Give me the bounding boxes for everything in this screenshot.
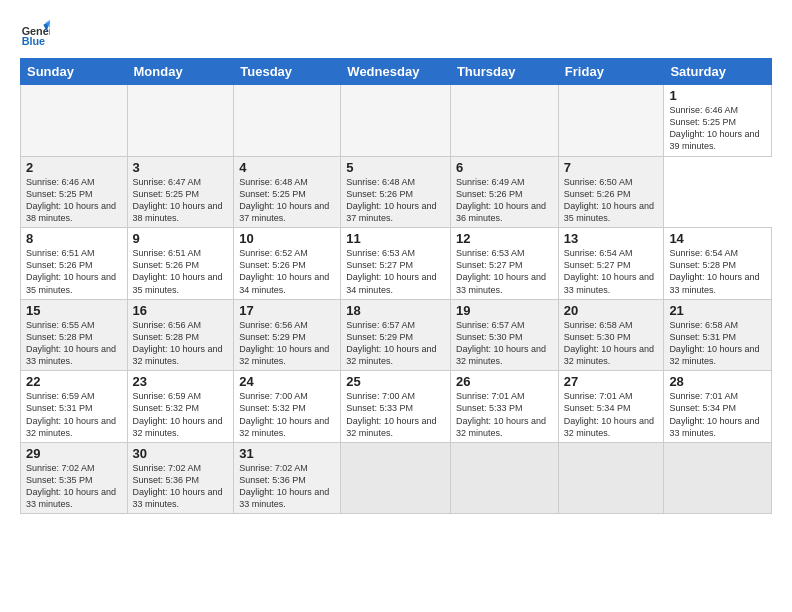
page: General Blue SundayMondayTuesdayWednesda… <box>0 0 792 612</box>
calendar-cell: 16 Sunrise: 6:56 AMSunset: 5:28 PMDaylig… <box>127 299 234 371</box>
day-info: Sunrise: 6:49 AMSunset: 5:26 PMDaylight:… <box>456 176 553 225</box>
calendar-cell: 6 Sunrise: 6:49 AMSunset: 5:26 PMDayligh… <box>450 156 558 228</box>
calendar-cell: 18 Sunrise: 6:57 AMSunset: 5:29 PMDaylig… <box>341 299 451 371</box>
calendar-header-cell: Thursday <box>450 59 558 85</box>
day-number: 18 <box>346 303 445 318</box>
day-number: 6 <box>456 160 553 175</box>
day-number: 17 <box>239 303 335 318</box>
calendar-cell: 15 Sunrise: 6:55 AMSunset: 5:28 PMDaylig… <box>21 299 128 371</box>
calendar-table: SundayMondayTuesdayWednesdayThursdayFrid… <box>20 58 772 514</box>
day-info: Sunrise: 6:59 AMSunset: 5:32 PMDaylight:… <box>133 390 229 439</box>
calendar-cell: 13 Sunrise: 6:54 AMSunset: 5:27 PMDaylig… <box>558 228 664 300</box>
day-info: Sunrise: 6:51 AMSunset: 5:26 PMDaylight:… <box>26 247 122 296</box>
calendar-cell: 30 Sunrise: 7:02 AMSunset: 5:36 PMDaylig… <box>127 442 234 514</box>
day-number: 25 <box>346 374 445 389</box>
day-number: 24 <box>239 374 335 389</box>
calendar-week-row: 15 Sunrise: 6:55 AMSunset: 5:28 PMDaylig… <box>21 299 772 371</box>
day-number: 2 <box>26 160 122 175</box>
day-info: Sunrise: 7:01 AMSunset: 5:34 PMDaylight:… <box>564 390 659 439</box>
calendar-cell: 8 Sunrise: 6:51 AMSunset: 5:26 PMDayligh… <box>21 228 128 300</box>
calendar-cell: 25 Sunrise: 7:00 AMSunset: 5:33 PMDaylig… <box>341 371 451 443</box>
day-number: 7 <box>564 160 659 175</box>
calendar-header-cell: Sunday <box>21 59 128 85</box>
day-info: Sunrise: 6:54 AMSunset: 5:28 PMDaylight:… <box>669 247 766 296</box>
calendar-cell: 19 Sunrise: 6:57 AMSunset: 5:30 PMDaylig… <box>450 299 558 371</box>
day-number: 4 <box>239 160 335 175</box>
calendar-week-row: 22 Sunrise: 6:59 AMSunset: 5:31 PMDaylig… <box>21 371 772 443</box>
calendar-cell: 27 Sunrise: 7:01 AMSunset: 5:34 PMDaylig… <box>558 371 664 443</box>
day-info: Sunrise: 6:48 AMSunset: 5:25 PMDaylight:… <box>239 176 335 225</box>
day-number: 27 <box>564 374 659 389</box>
logo: General Blue <box>20 18 50 48</box>
calendar-cell: 29 Sunrise: 7:02 AMSunset: 5:35 PMDaylig… <box>21 442 128 514</box>
calendar-header-cell: Monday <box>127 59 234 85</box>
day-info: Sunrise: 6:58 AMSunset: 5:30 PMDaylight:… <box>564 319 659 368</box>
calendar-cell-empty <box>234 85 341 157</box>
day-number: 19 <box>456 303 553 318</box>
day-number: 12 <box>456 231 553 246</box>
calendar-cell: 1 Sunrise: 6:46 AMSunset: 5:25 PMDayligh… <box>664 85 772 157</box>
calendar-cell: 21 Sunrise: 6:58 AMSunset: 5:31 PMDaylig… <box>664 299 772 371</box>
calendar-header-cell: Wednesday <box>341 59 451 85</box>
day-number: 5 <box>346 160 445 175</box>
day-info: Sunrise: 7:01 AMSunset: 5:33 PMDaylight:… <box>456 390 553 439</box>
day-info: Sunrise: 6:57 AMSunset: 5:30 PMDaylight:… <box>456 319 553 368</box>
calendar-week-row: 29 Sunrise: 7:02 AMSunset: 5:35 PMDaylig… <box>21 442 772 514</box>
day-info: Sunrise: 7:02 AMSunset: 5:36 PMDaylight:… <box>133 462 229 511</box>
day-info: Sunrise: 6:48 AMSunset: 5:26 PMDaylight:… <box>346 176 445 225</box>
calendar-cell-empty <box>450 85 558 157</box>
logo-icon: General Blue <box>20 18 50 48</box>
calendar-header-cell: Friday <box>558 59 664 85</box>
calendar-cell-empty <box>558 442 664 514</box>
calendar-header-cell: Saturday <box>664 59 772 85</box>
day-info: Sunrise: 6:57 AMSunset: 5:29 PMDaylight:… <box>346 319 445 368</box>
day-info: Sunrise: 6:54 AMSunset: 5:27 PMDaylight:… <box>564 247 659 296</box>
day-number: 29 <box>26 446 122 461</box>
day-info: Sunrise: 7:00 AMSunset: 5:32 PMDaylight:… <box>239 390 335 439</box>
calendar-cell: 4 Sunrise: 6:48 AMSunset: 5:25 PMDayligh… <box>234 156 341 228</box>
day-number: 23 <box>133 374 229 389</box>
calendar-week-row: 8 Sunrise: 6:51 AMSunset: 5:26 PMDayligh… <box>21 228 772 300</box>
day-number: 8 <box>26 231 122 246</box>
calendar-cell: 23 Sunrise: 6:59 AMSunset: 5:32 PMDaylig… <box>127 371 234 443</box>
calendar-cell: 10 Sunrise: 6:52 AMSunset: 5:26 PMDaylig… <box>234 228 341 300</box>
day-info: Sunrise: 6:59 AMSunset: 5:31 PMDaylight:… <box>26 390 122 439</box>
day-info: Sunrise: 6:50 AMSunset: 5:26 PMDaylight:… <box>564 176 659 225</box>
calendar-cell: 22 Sunrise: 6:59 AMSunset: 5:31 PMDaylig… <box>21 371 128 443</box>
day-number: 21 <box>669 303 766 318</box>
day-info: Sunrise: 6:56 AMSunset: 5:29 PMDaylight:… <box>239 319 335 368</box>
day-number: 14 <box>669 231 766 246</box>
day-info: Sunrise: 6:53 AMSunset: 5:27 PMDaylight:… <box>456 247 553 296</box>
calendar-header-row: SundayMondayTuesdayWednesdayThursdayFrid… <box>21 59 772 85</box>
calendar-cell: 3 Sunrise: 6:47 AMSunset: 5:25 PMDayligh… <box>127 156 234 228</box>
calendar-cell: 11 Sunrise: 6:53 AMSunset: 5:27 PMDaylig… <box>341 228 451 300</box>
calendar-cell-empty <box>450 442 558 514</box>
day-number: 16 <box>133 303 229 318</box>
day-number: 3 <box>133 160 229 175</box>
calendar-body: 1 Sunrise: 6:46 AMSunset: 5:25 PMDayligh… <box>21 85 772 514</box>
calendar-cell-empty <box>21 85 128 157</box>
day-info: Sunrise: 6:51 AMSunset: 5:26 PMDaylight:… <box>133 247 229 296</box>
svg-text:Blue: Blue <box>22 35 45 47</box>
day-number: 31 <box>239 446 335 461</box>
day-info: Sunrise: 6:46 AMSunset: 5:25 PMDaylight:… <box>669 104 766 153</box>
day-info: Sunrise: 6:46 AMSunset: 5:25 PMDaylight:… <box>26 176 122 225</box>
header: General Blue <box>20 18 772 48</box>
day-number: 22 <box>26 374 122 389</box>
calendar-cell: 24 Sunrise: 7:00 AMSunset: 5:32 PMDaylig… <box>234 371 341 443</box>
calendar-cell: 26 Sunrise: 7:01 AMSunset: 5:33 PMDaylig… <box>450 371 558 443</box>
day-number: 28 <box>669 374 766 389</box>
day-info: Sunrise: 6:55 AMSunset: 5:28 PMDaylight:… <box>26 319 122 368</box>
calendar-cell: 7 Sunrise: 6:50 AMSunset: 5:26 PMDayligh… <box>558 156 664 228</box>
day-info: Sunrise: 6:56 AMSunset: 5:28 PMDaylight:… <box>133 319 229 368</box>
day-number: 13 <box>564 231 659 246</box>
day-number: 26 <box>456 374 553 389</box>
calendar-cell-empty <box>341 442 451 514</box>
calendar-cell: 14 Sunrise: 6:54 AMSunset: 5:28 PMDaylig… <box>664 228 772 300</box>
calendar-cell: 17 Sunrise: 6:56 AMSunset: 5:29 PMDaylig… <box>234 299 341 371</box>
calendar-cell-empty <box>558 85 664 157</box>
calendar-week-row: 1 Sunrise: 6:46 AMSunset: 5:25 PMDayligh… <box>21 85 772 157</box>
calendar-header-cell: Tuesday <box>234 59 341 85</box>
calendar-cell-empty <box>127 85 234 157</box>
calendar-cell: 9 Sunrise: 6:51 AMSunset: 5:26 PMDayligh… <box>127 228 234 300</box>
